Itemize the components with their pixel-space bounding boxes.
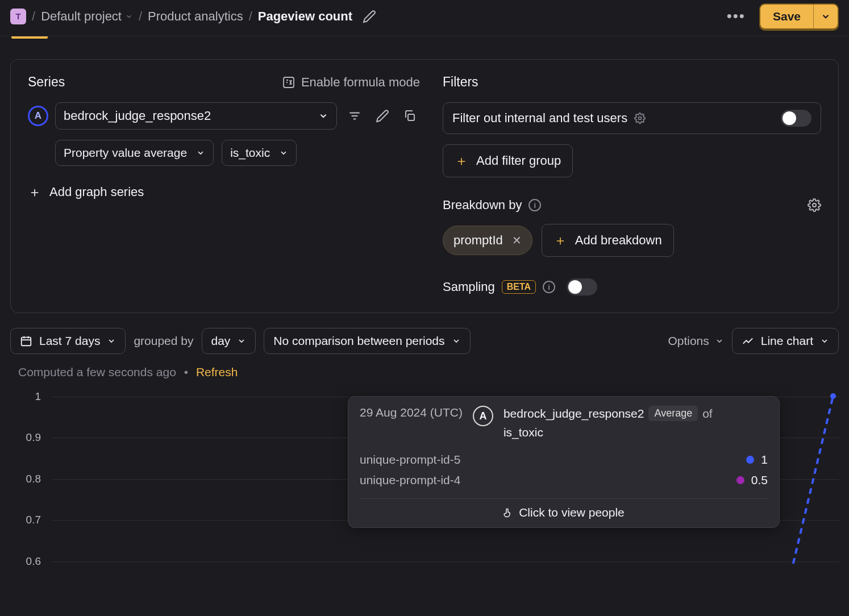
add-series-button[interactable]: ＋ Add graph series bbox=[28, 183, 420, 201]
svg-point-11 bbox=[830, 393, 836, 399]
y-tick: 1 bbox=[35, 390, 41, 403]
tooltip-header: 29 Aug 2024 (UTC) A bedrock_judge_respon… bbox=[360, 406, 768, 439]
filter-icon[interactable] bbox=[344, 105, 365, 127]
formula-icon bbox=[282, 76, 296, 89]
plus-icon: ＋ bbox=[28, 183, 41, 201]
breadcrumb: T / Default project / Product analytics … bbox=[10, 9, 376, 24]
filter-toggle[interactable] bbox=[781, 110, 811, 127]
chart-type-value: Line chart bbox=[761, 334, 813, 348]
series-header: Series Enable formula mode bbox=[28, 74, 420, 90]
svg-rect-7 bbox=[22, 338, 31, 346]
svg-point-5 bbox=[639, 117, 642, 120]
breadcrumb-section[interactable]: Product analytics bbox=[148, 9, 243, 24]
filter-text: Filter out internal and test users bbox=[452, 111, 627, 126]
sampling-toggle[interactable] bbox=[567, 278, 597, 295]
close-icon[interactable]: ✕ bbox=[512, 234, 522, 247]
y-tick: 0.9 bbox=[26, 431, 41, 444]
duplicate-icon[interactable] bbox=[399, 106, 420, 126]
more-menu-icon[interactable]: ••• bbox=[727, 7, 746, 25]
chevron-down-icon bbox=[196, 148, 205, 157]
project-badge[interactable]: T bbox=[10, 9, 26, 24]
edit-title-icon[interactable] bbox=[363, 10, 376, 23]
property-select[interactable]: is_toxic bbox=[222, 140, 297, 166]
internal-users-filter: Filter out internal and test users bbox=[443, 102, 821, 134]
svg-point-6 bbox=[813, 203, 816, 207]
aggregation-value: Property value average bbox=[64, 146, 187, 160]
interval-value: day bbox=[211, 334, 231, 348]
breakdown-settings-icon[interactable] bbox=[808, 198, 821, 212]
aggregation-select[interactable]: Property value average bbox=[55, 140, 214, 166]
breakdown-header: Breakdown by i bbox=[443, 198, 821, 213]
chevron-down-icon bbox=[107, 336, 116, 346]
tooltip-agg-badge: Average bbox=[648, 406, 698, 421]
filter-label: Filter out internal and test users bbox=[452, 111, 646, 126]
compare-value: No comparison between periods bbox=[273, 334, 444, 348]
date-range-value: Last 7 days bbox=[39, 334, 100, 348]
info-icon[interactable]: i bbox=[543, 281, 555, 293]
svg-rect-0 bbox=[284, 77, 294, 88]
series-marker: A bbox=[28, 106, 48, 126]
chart-tooltip: 29 Aug 2024 (UTC) A bedrock_judge_respon… bbox=[348, 396, 780, 528]
breakdown-chip-label: promptId bbox=[453, 233, 503, 248]
series-marker: A bbox=[473, 406, 493, 426]
tooltip-row: unique-prompt-id-5 1 bbox=[360, 449, 768, 470]
breakdown-title: Breakdown by bbox=[443, 198, 522, 213]
query-config-panel: Series Enable formula mode A bedrock_jud… bbox=[10, 59, 839, 313]
breadcrumb-project[interactable]: Default project bbox=[41, 9, 133, 24]
chart-controls: Last 7 days grouped by day No comparison… bbox=[10, 328, 839, 354]
tooltip-row-label: unique-prompt-id-5 bbox=[360, 453, 460, 467]
plus-icon: ＋ bbox=[455, 152, 468, 170]
property-value: is_toxic bbox=[230, 146, 270, 160]
filters-column: Filters Filter out internal and test use… bbox=[443, 74, 821, 295]
tooltip-event: bedrock_judge_response2 Average of is_to… bbox=[503, 406, 757, 439]
slash-icon: / bbox=[32, 9, 35, 24]
computed-status: Computed a few seconds ago • Refresh bbox=[18, 365, 839, 379]
y-tick: 0.8 bbox=[26, 473, 41, 485]
sampling-title: Sampling bbox=[443, 280, 495, 294]
add-breakdown-label: Add breakdown bbox=[575, 233, 662, 248]
line-chart-icon bbox=[742, 335, 754, 347]
rename-icon[interactable] bbox=[372, 106, 393, 126]
add-breakdown-button[interactable]: ＋ Add breakdown bbox=[542, 224, 674, 257]
filters-title: Filters bbox=[443, 74, 821, 90]
gear-icon[interactable] bbox=[634, 113, 646, 124]
chevron-down-icon bbox=[715, 336, 724, 346]
info-icon[interactable]: i bbox=[528, 199, 541, 211]
series-row: A bedrock_judge_response2 bbox=[28, 102, 420, 130]
breadcrumb-page[interactable]: Pageview count bbox=[258, 9, 352, 24]
chevron-down-icon bbox=[279, 148, 288, 157]
swatch-icon bbox=[736, 476, 744, 484]
series-sub-selects: Property value average is_toxic bbox=[55, 140, 420, 166]
computed-text: Computed a few seconds ago bbox=[18, 365, 176, 378]
tooltip-footer[interactable]: Click to view people bbox=[360, 498, 768, 519]
topbar: T / Default project / Product analytics … bbox=[0, 0, 849, 36]
refresh-link[interactable]: Refresh bbox=[196, 365, 238, 378]
options-label: Options bbox=[668, 334, 709, 348]
event-select[interactable]: bedrock_judge_response2 bbox=[55, 102, 337, 130]
slash-icon: / bbox=[139, 9, 142, 24]
tooltip-row: unique-prompt-id-4 0.5 bbox=[360, 470, 768, 490]
chevron-down-icon bbox=[318, 111, 328, 121]
save-dropdown-button[interactable] bbox=[814, 5, 838, 28]
compare-select[interactable]: No comparison between periods bbox=[264, 328, 470, 354]
chevron-down-icon bbox=[820, 336, 829, 346]
formula-mode-toggle[interactable]: Enable formula mode bbox=[282, 75, 420, 90]
chart-type-select[interactable]: Line chart bbox=[732, 328, 839, 354]
chevron-down-icon bbox=[237, 336, 246, 346]
breadcrumb-project-label: Default project bbox=[41, 9, 122, 24]
grouped-by-label: grouped by bbox=[134, 334, 193, 348]
slash-icon: / bbox=[249, 9, 252, 24]
add-filter-group-button[interactable]: ＋ Add filter group bbox=[443, 144, 573, 177]
options-menu[interactable]: Options bbox=[668, 334, 723, 348]
save-button[interactable]: Save bbox=[760, 5, 814, 28]
pointer-icon bbox=[503, 507, 513, 518]
interval-select[interactable]: day bbox=[202, 328, 256, 354]
chart-area: 1 0.9 0.8 0.7 0.6 29 Aug 2024 (UTC) A be… bbox=[18, 393, 839, 580]
active-tab-indicator bbox=[11, 36, 48, 39]
breakdown-chips: promptId ✕ ＋ Add breakdown bbox=[443, 224, 821, 257]
y-tick: 0.7 bbox=[26, 514, 41, 526]
date-range-select[interactable]: Last 7 days bbox=[10, 328, 126, 354]
tooltip-row-value: 0.5 bbox=[751, 473, 768, 487]
breakdown-chip[interactable]: promptId ✕ bbox=[443, 226, 532, 255]
tooltip-of: of bbox=[702, 407, 713, 421]
